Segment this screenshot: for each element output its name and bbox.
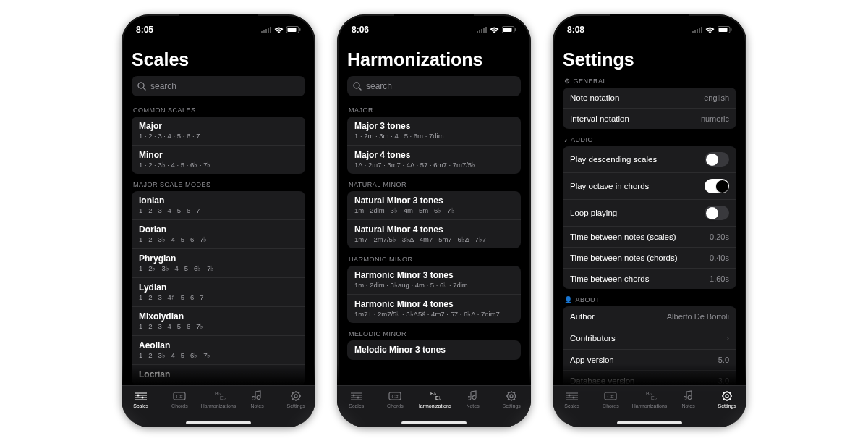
home-indicator[interactable] [617, 421, 682, 424]
setting-note-notation[interactable]: Note notationenglish [563, 88, 736, 109]
setting-time-between-chords[interactable]: Time between chords1.60s [563, 269, 736, 289]
gear-icon: ⚙︎ [564, 77, 571, 85]
harmonization-row[interactable]: Natural Minor 4 tones1m7 · 2m7/5♭ · 3♭Δ … [347, 220, 521, 248]
toggle[interactable] [705, 206, 729, 220]
scale-row[interactable]: Ionian1 · 2 · 3 · 4 · 5 · 6 · 7 [132, 191, 305, 220]
tab-settings[interactable]: Settings [492, 390, 531, 408]
tab-label: Scales [349, 403, 364, 408]
content-area: Scales COMMON SCALES Major 1 · 2 · 3 · 4… [122, 39, 315, 427]
tab-scales[interactable]: Scales [553, 390, 592, 408]
setting-interval-notation[interactable]: Interval notationnumeric [563, 109, 736, 129]
notes-icon [468, 390, 478, 403]
svg-text:C#: C# [392, 394, 399, 399]
scale-row[interactable]: Phrygian1 · 2♭ · 3♭ · 4 · 5 · 6♭ · 7♭ [132, 249, 305, 278]
group-about: AuthorAlberto De Bortoli Contributors› A… [563, 306, 736, 391]
tab-harmonizations[interactable]: B♭E♭Harmonizations [414, 390, 454, 408]
scale-row[interactable]: Major 1 · 2 · 3 · 4 · 5 · 6 · 7 [132, 117, 305, 146]
row-sub: 1 · 2 · 3 · 4 · 5 · 6 · 7 [139, 132, 298, 140]
search-icon [353, 82, 362, 91]
scale-row[interactable]: Mixolydian1 · 2 · 3 · 4 · 5 · 6 · 7♭ [132, 307, 305, 336]
status-icons [261, 26, 301, 33]
setting-loop-playing[interactable]: Loop playing [563, 200, 736, 227]
tab-chords[interactable]: C#Chords [376, 390, 415, 408]
tab-chords[interactable]: C#Chords [592, 390, 631, 408]
tab-scales[interactable]: Scales [122, 390, 161, 408]
section-header-audio: ♪AUDIO [564, 136, 736, 143]
svg-rect-2 [265, 29, 267, 33]
harmonization-row[interactable]: Major 4 tones1Δ · 2m7 · 3m7 · 4Δ · 57 · … [347, 146, 521, 174]
tab-label: Harmonizations [632, 403, 668, 408]
setting-play-descending[interactable]: Play descending scales [563, 146, 736, 173]
scale-row[interactable]: Lydian1 · 2 · 3 · 4♯ · 5 · 6 · 7 [132, 278, 305, 307]
notch [179, 14, 258, 30]
group-melodic-minor: Melodic Minor 3 tones [347, 340, 521, 360]
search-bar[interactable] [132, 76, 305, 96]
tab-label: Notes [250, 403, 263, 408]
scale-row[interactable]: Minor 1 · 2 · 3♭ · 4 · 5 · 6♭ · 7♭ [132, 146, 305, 174]
svg-rect-6 [288, 28, 297, 32]
setting-contributors[interactable]: Contributors› [563, 327, 736, 350]
audio-icon: ♪ [564, 136, 568, 143]
notch [610, 14, 689, 30]
setting-time-scales[interactable]: Time between notes (scales)0.20s [563, 227, 736, 248]
svg-point-51 [726, 395, 728, 398]
notch [394, 14, 474, 30]
signal-icon [692, 27, 702, 33]
svg-rect-4 [270, 27, 271, 33]
svg-rect-3 [268, 28, 269, 33]
search-input[interactable] [150, 81, 299, 91]
section-header: NATURAL MINOR [349, 181, 521, 188]
status-time: 8:05 [136, 25, 153, 35]
svg-rect-43 [731, 28, 732, 31]
home-indicator[interactable] [401, 421, 467, 424]
setting-author[interactable]: AuthorAlberto De Bortoli [563, 306, 736, 327]
scale-row[interactable]: Locrian [132, 365, 305, 385]
section-header: COMMON SCALES [133, 106, 305, 114]
tab-notes[interactable]: Notes [238, 390, 277, 408]
toggle[interactable] [705, 152, 729, 167]
svg-text:C#: C# [608, 394, 614, 399]
scale-row[interactable]: Dorian1 · 2 · 3♭ · 4 · 5 · 6 · 7♭ [132, 220, 305, 249]
home-indicator[interactable] [186, 421, 251, 424]
tab-settings[interactable]: Settings [707, 390, 746, 408]
search-input[interactable] [366, 81, 515, 91]
tab-notes[interactable]: Notes [454, 390, 493, 408]
signal-icon [477, 27, 487, 33]
tab-settings[interactable]: Settings [276, 390, 315, 408]
tab-notes[interactable]: Notes [669, 390, 708, 408]
content-area: Settings ⚙︎GENERAL Note notationenglish … [553, 39, 746, 427]
harmonization-row[interactable]: Harmonic Minor 4 tones1m7+ · 2m7/5♭ · 3♭… [347, 295, 521, 323]
svg-rect-21 [483, 28, 485, 33]
fade [337, 364, 531, 385]
setting-app-version[interactable]: App version5.0 [563, 350, 736, 371]
search-bar[interactable] [347, 76, 521, 96]
svg-rect-25 [515, 28, 516, 31]
svg-rect-0 [261, 31, 263, 33]
setting-time-chords[interactable]: Time between notes (chords)0.40s [563, 248, 736, 269]
chords-icon: C# [603, 390, 618, 403]
content-area: Harmonizations MAJOR Major 3 tones1 · 2m… [337, 39, 531, 427]
tab-harmonizations[interactable]: B♭E♭Harmonizations [199, 390, 238, 408]
wifi-icon [274, 27, 284, 33]
toggle[interactable] [705, 179, 729, 193]
battery-icon [718, 26, 732, 33]
tab-scales[interactable]: Scales [337, 390, 376, 408]
scales-icon [134, 390, 148, 403]
svg-rect-37 [694, 30, 696, 33]
harmonization-row[interactable]: Major 3 tones1 · 2m · 3m · 4 · 5 · 6m · … [347, 117, 521, 146]
group-natural-minor: Natural Minor 3 tones1m · 2dim · 3♭ · 4m… [347, 191, 521, 248]
svg-point-28 [352, 395, 354, 397]
setting-play-octave[interactable]: Play octave in chords [563, 173, 736, 200]
harmonization-row[interactable]: Harmonic Minor 3 tones1m · 2dim · 3♭aug … [347, 266, 521, 295]
scales-icon [565, 390, 579, 403]
scale-row[interactable]: Aeolian1 · 2 · 3♭ · 4 · 5 · 6♭ · 7♭ [132, 336, 305, 365]
tab-label: Settings [287, 403, 305, 408]
harmonization-row[interactable]: Natural Minor 3 tones1m · 2dim · 3♭ · 4m… [347, 191, 521, 220]
tab-chords[interactable]: C#Chords [161, 390, 200, 408]
tab-label: Scales [133, 403, 148, 408]
harmonization-row[interactable]: Melodic Minor 3 tones [347, 340, 521, 360]
page-title: Scales [132, 49, 305, 70]
tab-harmonizations[interactable]: B♭E♭Harmonizations [630, 390, 669, 408]
settings-icon [506, 390, 517, 403]
harmonizations-icon: B♭E♭ [211, 390, 226, 403]
